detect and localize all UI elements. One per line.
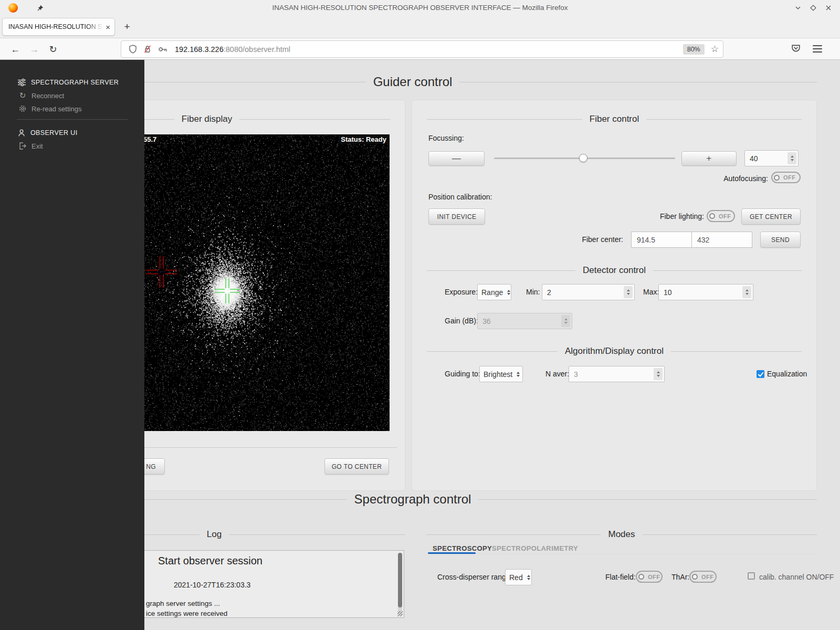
lock-slash-icon[interactable] (143, 45, 152, 54)
fiber-control-legend: Fiber control (427, 114, 802, 124)
zoom-level-badge[interactable]: 80% (683, 44, 705, 55)
sidebar: SPECTROGRAPH SERVER ↻ Reconnect Re-read … (0, 60, 144, 630)
fiber-lighting-toggle[interactable]: OFF (707, 210, 735, 222)
tab-bar: INASAN HIGH-RESOLUTION S × + (0, 16, 840, 38)
exposure-min-wrap (542, 284, 635, 300)
fiber-lighting-label: Fiber lighting: (633, 212, 704, 220)
fiber-lighting-state: OFF (719, 213, 731, 219)
tab-spectropolarimetry[interactable]: SPECTROPOLARIMETRY (492, 544, 578, 552)
url-bar[interactable]: 192.168.3.226:8080/observer.html 80% ☆ (121, 40, 723, 58)
fiber-center-x-input[interactable] (631, 232, 692, 248)
autofocusing-toggle[interactable]: OFF (771, 172, 801, 183)
fiber-lighting-toggle-knob (709, 213, 715, 219)
cross-disperser-label: Cross-disperser range: (437, 573, 512, 581)
modes-tabs-border (428, 554, 817, 554)
focus-plus-button[interactable]: + (681, 151, 737, 166)
sidebar-divider (17, 119, 128, 120)
reload-button[interactable]: ↻ (45, 41, 61, 57)
log-entry-title: Start observer session (158, 555, 262, 567)
url-path: :8080/observer.html (224, 45, 290, 54)
autofocusing-state: OFF (783, 174, 796, 181)
titlebar: INASAN HIGH-RESOLUTION SPECTROGRAPH OBSE… (0, 0, 840, 16)
sliders-icon (17, 78, 26, 87)
pocket-icon[interactable] (791, 43, 801, 56)
flat-field-toggle[interactable]: OFF (636, 571, 663, 583)
exposure-max-label: Max: (643, 288, 659, 296)
gain-input[interactable] (478, 317, 561, 326)
close-window-button[interactable] (823, 3, 834, 13)
navigation-toolbar: ← → ↻ 192.168.3.226:8080/observer.html 8… (0, 38, 840, 60)
exposure-max-input[interactable] (659, 288, 742, 297)
forward-button[interactable]: → (26, 41, 42, 57)
gain-wrap (477, 313, 572, 329)
equalization-label: Equalization (767, 370, 807, 378)
log-timestamp: 2021-10-27T16:23:03.3 (174, 581, 250, 589)
exit-icon (18, 142, 27, 150)
exposure-max-wrap (658, 284, 753, 300)
thar-toggle-knob (692, 574, 698, 580)
log-resize-grip[interactable] (397, 611, 403, 616)
focusing-label: Focussing: (428, 134, 464, 142)
detector-control-legend: Detector control (427, 265, 802, 276)
cross-disperser-select[interactable]: Red (505, 569, 532, 585)
gear-icon (18, 104, 27, 113)
calib-channel-checkbox[interactable] (748, 572, 755, 580)
flat-field-state: OFF (648, 574, 660, 580)
tab-close-button[interactable]: × (103, 23, 110, 32)
maximize-button[interactable] (808, 3, 818, 13)
focus-slider-thumb[interactable] (579, 154, 587, 162)
exposure-mode-select[interactable]: Range (477, 284, 511, 300)
minimize-button[interactable] (793, 3, 803, 13)
exposure-min-label: Min: (526, 288, 540, 296)
guiding-to-value: Brightest (484, 370, 512, 379)
n-aver-label: N aver: (545, 370, 569, 378)
flat-field-toggle-knob (638, 574, 644, 580)
bookmark-star-icon[interactable]: ☆ (711, 44, 719, 55)
gain-label: Gain (dB): (445, 317, 478, 325)
modes-legend: Modes (426, 529, 817, 540)
log-line: ice settings were received (146, 610, 227, 617)
active-tab-underline (428, 552, 476, 554)
menu-hamburger-icon[interactable] (813, 45, 822, 52)
back-button[interactable]: ← (7, 41, 23, 57)
go-to-center-button[interactable]: GO TO CENTER (324, 458, 389, 475)
sidebar-item-reconnect[interactable]: ↻ Reconnect (18, 91, 64, 100)
guiding-to-select[interactable]: Brightest (479, 366, 523, 382)
focus-minus-button[interactable]: — (428, 151, 485, 166)
get-center-button[interactable]: GET CENTER (741, 208, 801, 225)
select-arrows-icon (507, 290, 510, 295)
log-scrollbar-thumb[interactable] (398, 553, 402, 607)
exposure-mode-value: Range (481, 288, 503, 297)
focus-value-input[interactable] (745, 154, 788, 163)
fiber-center-y-input[interactable] (691, 232, 752, 248)
sidebar-item-reread-settings[interactable]: Re-read settings (18, 104, 81, 113)
tab-spectroscopy[interactable]: SPECTROSCOPY (433, 544, 492, 552)
shield-icon[interactable] (129, 45, 137, 54)
thar-toggle[interactable]: OFF (689, 571, 717, 583)
browser-tab[interactable]: INASAN HIGH-RESOLUTION S × (2, 18, 115, 36)
reconnect-icon: ↻ (18, 91, 27, 100)
thar-state: OFF (701, 574, 714, 580)
exposure-min-spinner[interactable] (624, 286, 633, 298)
fiber-status-text: Status: Ready (339, 135, 388, 144)
calib-channel-label: calib. channel ON/OFF (759, 573, 834, 581)
browser-window: INASAN HIGH-RESOLUTION SPECTROGRAPH OBSE… (0, 0, 840, 630)
fiber-center-label: Fiber center: (559, 235, 623, 244)
n-aver-input[interactable] (569, 370, 654, 379)
exposure-max-spinner[interactable] (742, 286, 751, 298)
url-text[interactable]: 192.168.3.226:8080/observer.html (175, 45, 683, 54)
autofocusing-label: Autofocusing: (696, 174, 768, 183)
exposure-min-input[interactable] (542, 288, 624, 297)
sidebar-item-exit[interactable]: Exit (18, 141, 43, 151)
init-device-button[interactable]: INIT DEVICE (428, 208, 485, 225)
n-aver-wrap (569, 366, 665, 382)
key-icon[interactable] (158, 46, 167, 53)
new-tab-button[interactable]: + (120, 19, 134, 34)
window-title: INASAN HIGH-RESOLUTION SPECTROGRAPH OBSE… (0, 4, 840, 12)
send-button[interactable]: SEND (760, 232, 801, 248)
fiber-control-panel: Fiber control Focussing: — + Autofocusin… (412, 100, 817, 491)
n-aver-spinner[interactable] (654, 368, 663, 380)
focus-spinner[interactable] (788, 152, 796, 164)
autofocusing-toggle-knob (774, 175, 780, 181)
equalization-checkbox[interactable] (757, 370, 764, 378)
